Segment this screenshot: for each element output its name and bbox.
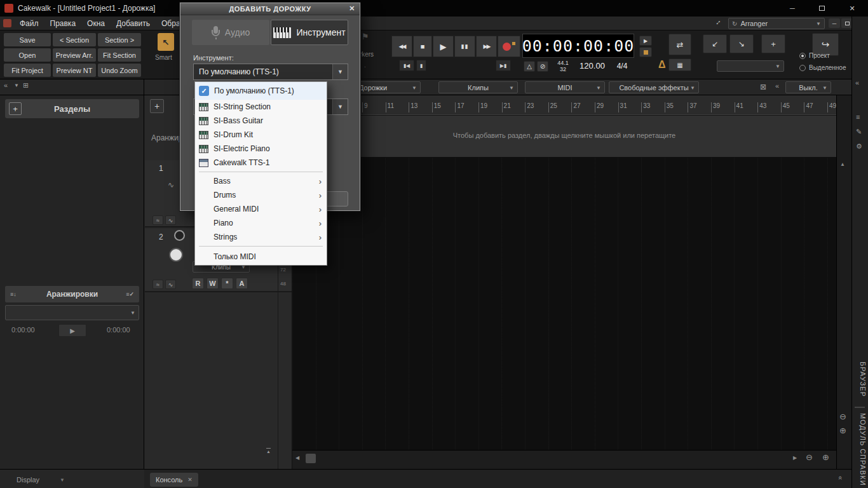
rewind-view-icon[interactable]: « (775, 82, 779, 90)
menu-item-Правка[interactable]: Правка (44, 19, 82, 28)
minimize-icon[interactable]: ─ (778, 0, 807, 17)
ripple-edit-combo[interactable]: Выкл.▼ (785, 81, 831, 93)
go-to-end-button[interactable]: ▶▮ (496, 60, 511, 71)
arranger-track-lane[interactable]: Чтобы добавить раздел, дважды щелкните м… (292, 116, 836, 158)
sort-arrangements-icon[interactable]: ≡↓ (10, 291, 17, 297)
instrument-menu-item[interactable]: Cakewalk TTS-1 (195, 156, 327, 170)
add-track-icon[interactable]: + (150, 99, 164, 113)
expand-view-icon[interactable]: ↕ (714, 18, 723, 27)
track-2-edit-filter-icon[interactable]: ≈ (153, 280, 163, 289)
add-section-icon[interactable]: + (9, 102, 22, 115)
scroll-up-icon[interactable]: ▲ (840, 161, 845, 167)
add-punch-icon[interactable]: + (761, 34, 785, 53)
go-to-start-button[interactable]: ▮◀ (399, 60, 414, 71)
grid-icon[interactable]: ▦ (668, 58, 691, 71)
toolbar-button[interactable]: Fit Section (98, 48, 141, 62)
scroll-right-icon[interactable]: ▶ (793, 455, 797, 461)
punch-out-icon[interactable]: ↘ (729, 34, 754, 53)
view-minimize-icon[interactable]: ─ (829, 18, 840, 28)
instrument-menu-item[interactable]: SI-String Section (195, 100, 327, 114)
play-button[interactable]: ▶ (433, 36, 454, 57)
marker-flag-icon[interactable]: ⚑ (362, 32, 369, 41)
time-signature-display[interactable]: 4/4 (613, 62, 632, 71)
arrangement-play-button[interactable]: ▶ (58, 324, 86, 337)
smart-tool-icon[interactable]: ↖ (158, 33, 174, 51)
tempo-display[interactable]: 120.00 (576, 61, 609, 71)
clips-pane[interactable] (292, 158, 836, 450)
arrangement-tasks-icon[interactable]: ≡✓ (126, 291, 134, 297)
category-menu-item[interactable]: Drums› (195, 188, 327, 202)
expand-console-icon[interactable]: « (837, 476, 844, 480)
help-module-dock-tab[interactable]: МОДУЛЬ СПРАВКИ (854, 410, 867, 488)
clips-filter-combo[interactable]: Клипы▼ (438, 81, 518, 93)
toolbar-button[interactable]: Preview Arr. (53, 48, 96, 62)
vertical-zoom-in-icon[interactable]: ⊕ (839, 426, 846, 435)
vertical-zoom-out-icon[interactable]: ⊖ (839, 412, 846, 421)
metronome-icon[interactable]: △ (524, 61, 535, 72)
instrument-menu-item[interactable]: SI-Bass Guitar (195, 114, 327, 128)
close-icon[interactable]: ✕ (836, 0, 868, 17)
mini-play-icon[interactable]: ▶ (639, 36, 652, 46)
menu-item-default-instrument[interactable]: ✓ По умолчанию (TTS-1) (195, 82, 327, 100)
automation-button-*[interactable]: * (221, 278, 233, 289)
punch-preset-combo[interactable]: ▼ (717, 60, 784, 72)
scope-selection-radio[interactable]: Выделенное (799, 64, 846, 71)
toolbar-button[interactable]: Preview NT (53, 64, 96, 77)
category-menu-item[interactable]: Piano› (195, 216, 327, 230)
toolbar-button[interactable]: Save (4, 33, 51, 46)
dialog-header[interactable]: ДОБАВИТЬ ДОРОЖКУ ✕ (180, 3, 360, 15)
fast-forward-button[interactable]: ▶▶ (476, 36, 497, 57)
rewind-button[interactable]: ◀◀ (391, 36, 412, 57)
maximize-icon[interactable] (807, 0, 836, 17)
automation-button-R[interactable]: R (192, 278, 204, 289)
close-icon[interactable]: ✕ (187, 477, 193, 483)
marker-position-button[interactable]: ▮ (416, 60, 426, 71)
crossfade-icon[interactable]: ⊠ (760, 83, 766, 92)
category-menu-item[interactable]: Strings› (195, 230, 327, 244)
menu-item-Добавить[interactable]: Добавить (111, 19, 156, 28)
stop-button[interactable]: ■ (413, 36, 432, 57)
menu-item-Окна[interactable]: Окна (81, 19, 111, 28)
automation-button-A[interactable]: A (236, 278, 248, 289)
audio-mute-icon[interactable]: ⊘ (537, 61, 548, 72)
record-button[interactable] (498, 36, 520, 57)
toolbar-button[interactable]: Fit Project (4, 64, 51, 77)
chevron-down-icon[interactable]: ▼ (14, 83, 19, 88)
zoom-in-icon[interactable]: ⊕ (822, 452, 829, 462)
instrument-menu-item[interactable]: SI-Drum Kit (195, 128, 327, 142)
category-menu-item[interactable]: General MIDI› (195, 202, 327, 216)
vertical-scrollbar[interactable]: ▲ ⊖ ⊕ (836, 95, 851, 469)
menu-item-midi-only[interactable]: Только MIDI (195, 248, 327, 264)
scope-project-radio[interactable]: Проект (799, 52, 830, 59)
settings-gear-icon[interactable]: ⚙ (856, 142, 862, 151)
horizontal-scrollbar[interactable]: ◀ ▶ ⊖ ⊕ (292, 450, 836, 469)
menu-item-Файл[interactable]: Файл (14, 19, 44, 28)
dialog-tab-audio[interactable]: Аудио (192, 20, 269, 45)
automation-button-W[interactable]: W (207, 278, 219, 289)
edit-pencil-icon[interactable]: ✎ (856, 128, 862, 136)
track-1-envelope-icon[interactable]: ∿ (165, 215, 176, 225)
collapse-tracks-icon[interactable]: ▲ (266, 448, 271, 454)
zoom-out-icon[interactable]: ⊖ (806, 452, 813, 462)
punch-in-icon[interactable]: ↙ (703, 34, 727, 53)
metronome-amber-icon[interactable]: Δ (658, 59, 666, 71)
instrument-menu-item[interactable]: SI-Electric Piano (195, 142, 327, 156)
arrangement-select-combo[interactable]: ▼ (5, 305, 139, 320)
toolbar-button[interactable]: Section > (98, 33, 141, 46)
instrument-select-combo[interactable]: По умолчанию (TTS-1) ▼ (193, 64, 348, 80)
console-tab[interactable]: Консоль ✕ (150, 473, 198, 487)
midi-filter-combo[interactable]: MIDI▼ (525, 81, 605, 93)
browser-dock-tab[interactable]: БРАУЗЕР (854, 353, 867, 405)
chevron-down-icon[interactable]: ▼ (60, 477, 65, 483)
collapse-left-icon[interactable]: « (4, 81, 8, 89)
dock-options-icon[interactable]: ⊞ (23, 81, 29, 90)
loop-icon[interactable]: ⇄ (668, 34, 691, 55)
toolbar-button[interactable]: Undo Zoom (98, 64, 141, 77)
toolbar-button[interactable]: Open (4, 48, 51, 62)
track-1-edit-filter-icon[interactable]: ≈ (153, 215, 163, 225)
expand-browser-icon[interactable]: « (855, 79, 859, 86)
toolbar-button[interactable]: < Section (53, 33, 96, 46)
fx-filter-combo[interactable]: Свободные эффекты▼ (609, 81, 699, 93)
dialog-tab-instrument[interactable]: Инструмент (271, 20, 348, 45)
media-list-icon[interactable]: ≡ (856, 113, 860, 121)
